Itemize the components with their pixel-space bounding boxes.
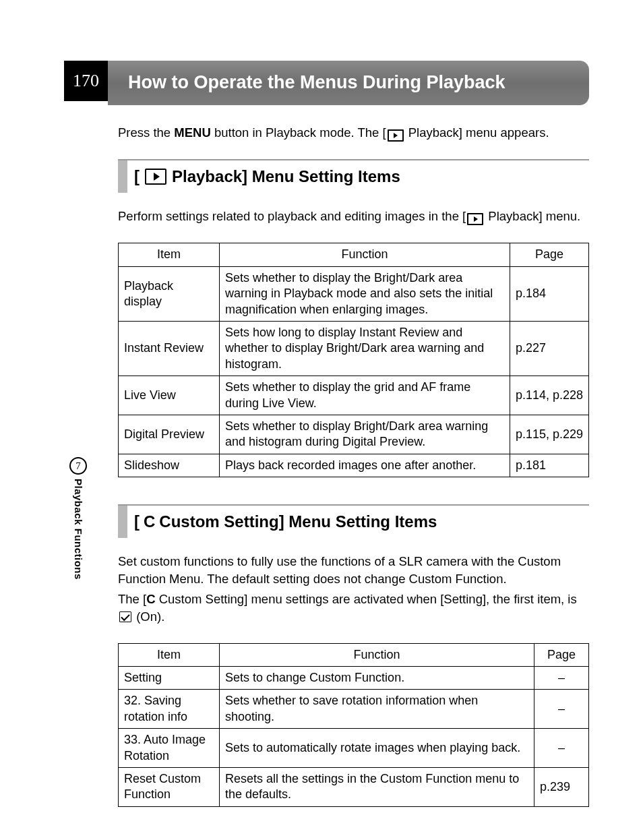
section-accent-bar <box>118 506 127 538</box>
page-title: How to Operate the Menus During Playback <box>108 61 589 105</box>
text: [ <box>134 512 140 531</box>
section-header-custom: [C Custom Setting] Menu Setting Items <box>118 504 589 538</box>
playback-icon <box>145 169 166 185</box>
table-header: Item <box>119 643 220 666</box>
table-cell: p.184 <box>510 266 588 321</box>
section-title: [ Playback] Menu Setting Items <box>127 160 400 193</box>
custom-menu-table: Item Function Page Setting Sets to chang… <box>118 643 589 807</box>
section1-description: Perform settings related to playback and… <box>118 208 589 225</box>
table-row: Live View Sets whether to display the gr… <box>119 376 589 415</box>
table-cell: p.239 <box>534 768 589 807</box>
table-cell: Sets to automatically rotate images when… <box>220 729 534 768</box>
text: The [ <box>118 592 146 606</box>
table-row: Reset Custom Function Resets all the set… <box>119 768 589 807</box>
section-header-playback: [ Playback] Menu Setting Items <box>118 159 589 193</box>
table-cell: Plays back recorded images one after ano… <box>220 454 510 477</box>
table-cell: Sets whether to display the grid and AF … <box>220 376 510 415</box>
table-cell: p.227 <box>510 322 588 376</box>
table-row: 32. Saving rotation info Sets whether to… <box>119 690 589 729</box>
table-header-row: Item Function Page <box>119 243 589 266</box>
table-row: 33. Auto Image Rotation Sets to automati… <box>119 729 589 768</box>
table-header-row: Item Function Page <box>119 643 589 666</box>
chapter-side-tab: 7 Playback Functions <box>64 457 92 580</box>
table-cell: – <box>534 690 589 729</box>
table-cell: Slideshow <box>119 454 220 477</box>
menu-button-label: MENU <box>174 125 210 140</box>
table-cell: Sets whether to save rotation informatio… <box>220 690 534 729</box>
text: button in Playback mode. The [ <box>211 125 386 140</box>
intro-text: Press the MENU button in Playback mode. … <box>118 124 589 142</box>
text: Custom Setting] Menu Setting Items <box>159 512 437 531</box>
table-cell: Sets whether to display the Bright/Dark … <box>220 266 510 321</box>
table-cell: Digital Preview <box>119 415 220 454</box>
text: [ <box>134 167 140 186</box>
text: (On). <box>133 609 164 624</box>
text: Playback] menu appears. <box>405 125 549 140</box>
playback-icon <box>388 129 404 142</box>
text: Perform settings related to playback and… <box>118 209 466 223</box>
custom-symbol: C <box>146 592 155 606</box>
table-cell: Sets whether to display Bright/Dark area… <box>220 415 510 454</box>
text: Custom Setting] menu settings are activa… <box>156 592 577 606</box>
section-accent-bar <box>118 160 127 193</box>
section2-description-2: The [C Custom Setting] menu settings are… <box>118 591 589 626</box>
table-cell: p.181 <box>510 454 588 477</box>
table-cell: Sets how long to display Instant Review … <box>220 322 510 376</box>
table-cell: – <box>534 667 589 690</box>
table-cell: p.115, p.229 <box>510 415 588 454</box>
table-row: Instant Review Sets how long to display … <box>119 322 589 376</box>
table-cell: Instant Review <box>119 322 220 376</box>
chapter-number-icon: 7 <box>69 457 87 475</box>
table-cell: Playback display <box>119 266 220 321</box>
text: Playback] Menu Setting Items <box>172 167 400 186</box>
table-cell: p.114, p.228 <box>510 376 588 415</box>
text: Playback] menu. <box>485 209 580 223</box>
checkbox-on-icon <box>119 611 131 622</box>
text: Press the <box>118 125 174 140</box>
playback-icon <box>467 213 483 225</box>
playback-menu-table: Item Function Page Playback display Sets… <box>118 243 589 477</box>
table-header: Page <box>510 243 588 266</box>
table-row: Setting Sets to change Custom Function. … <box>119 667 589 690</box>
table-cell: Sets to change Custom Function. <box>220 667 534 690</box>
table-cell: 33. Auto Image Rotation <box>119 729 220 768</box>
table-cell: Setting <box>119 667 220 690</box>
table-header: Function <box>220 643 534 666</box>
table-header: Function <box>220 243 510 266</box>
table-cell: Reset Custom Function <box>119 768 220 807</box>
table-row: Slideshow Plays back recorded images one… <box>119 454 589 477</box>
chapter-label: Playback Functions <box>73 479 84 580</box>
table-header: Page <box>534 643 589 666</box>
custom-symbol: C <box>144 512 155 531</box>
page-number: 170 <box>64 61 108 101</box>
table-cell: Resets all the settings in the Custom Fu… <box>220 768 534 807</box>
table-cell: 32. Saving rotation info <box>119 690 220 729</box>
table-cell: – <box>534 729 589 768</box>
section-title: [C Custom Setting] Menu Setting Items <box>127 506 437 538</box>
table-row: Digital Preview Sets whether to display … <box>119 415 589 454</box>
section2-description-1: Set custom functions to fully use the fu… <box>118 553 589 588</box>
table-header: Item <box>119 243 220 266</box>
table-cell: Live View <box>119 376 220 415</box>
table-row: Playback display Sets whether to display… <box>119 266 589 321</box>
